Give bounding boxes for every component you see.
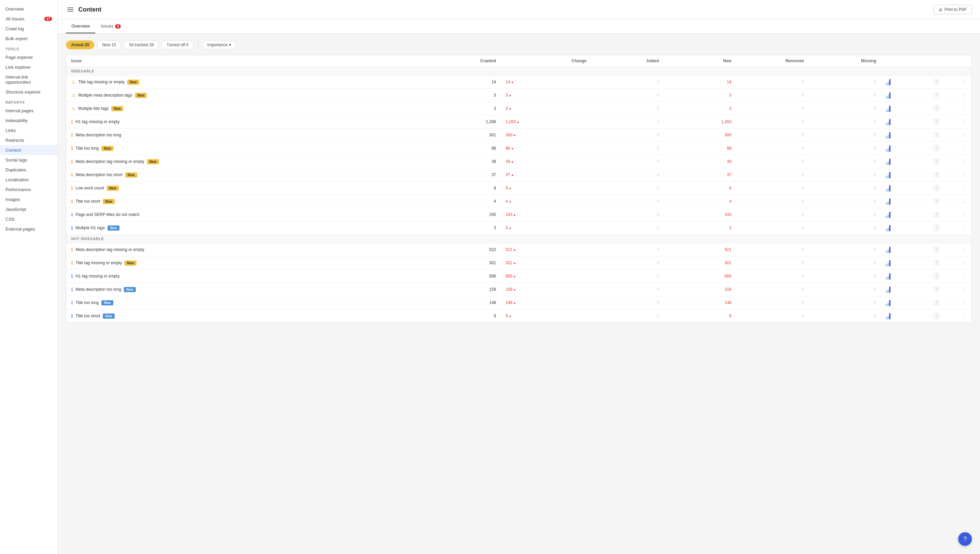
more-options-icon[interactable]: ⋮ (961, 146, 967, 151)
more-options-icon[interactable]: ⋮ (961, 274, 967, 279)
more-options-icon[interactable]: ⋮ (961, 287, 967, 293)
question-circle-icon[interactable]: ? (934, 212, 940, 218)
sidebar-item-all-issues[interactable]: All Issues17 (0, 14, 57, 24)
sidebar-item-localization[interactable]: Localization (0, 175, 57, 185)
more-options-icon[interactable]: ⋮ (961, 159, 967, 165)
question-circle-icon[interactable]: ? (934, 198, 940, 204)
question-circle-icon[interactable]: ? (934, 299, 940, 306)
issue-cell[interactable]: ℹMeta description too long (66, 129, 429, 142)
row-menu-cell[interactable]: ⋮ (944, 270, 972, 283)
sidebar-item-duplicates[interactable]: Duplicates (0, 165, 57, 175)
question-circle-icon[interactable]: ? (934, 225, 940, 231)
help-icon-cell[interactable]: ? (917, 256, 944, 270)
help-icon-cell[interactable]: ? (917, 221, 944, 235)
question-circle-icon[interactable]: ? (934, 313, 940, 319)
more-options-icon[interactable]: ⋮ (961, 106, 967, 111)
sidebar-item-redirects[interactable]: Redirects (0, 135, 57, 145)
sidebar-item-structure-explorer[interactable]: Structure explorer (0, 87, 57, 97)
issue-cell[interactable]: ℹTitle too longNew (66, 142, 429, 155)
sidebar-item-internal-link-opportunities[interactable]: Internal link opportunities (0, 72, 57, 87)
issue-cell[interactable]: ℹTitle too shortNew (66, 195, 429, 208)
issue-cell[interactable]: ⚠Multiple meta description tagsNew (66, 89, 429, 102)
help-icon-cell[interactable]: ? (917, 115, 944, 129)
sidebar-item-crawl-log[interactable]: Crawl log (0, 24, 57, 33)
row-menu-cell[interactable]: ⋮ (944, 296, 972, 309)
row-menu-cell[interactable]: ⋮ (944, 195, 972, 208)
help-icon-cell[interactable]: ? (917, 296, 944, 309)
filter-all-tracked[interactable]: All tracked 28 (124, 40, 159, 49)
sidebar-item-overview[interactable]: Overview (0, 4, 57, 14)
help-icon-cell[interactable]: ? (917, 270, 944, 283)
row-menu-cell[interactable]: ⋮ (944, 115, 972, 129)
issue-cell[interactable]: ℹMultiple H1 tagsNew (66, 221, 429, 235)
row-menu-cell[interactable]: ⋮ (944, 283, 972, 296)
row-menu-cell[interactable]: ⋮ (944, 102, 972, 115)
sidebar-item-images[interactable]: Images (0, 194, 57, 204)
help-icon-cell[interactable]: ? (917, 155, 944, 168)
more-options-icon[interactable]: ⋮ (961, 247, 967, 253)
question-circle-icon[interactable]: ? (934, 92, 940, 98)
more-options-icon[interactable]: ⋮ (961, 172, 967, 178)
more-options-icon[interactable]: ⋮ (961, 300, 967, 306)
row-menu-cell[interactable]: ⋮ (944, 221, 972, 235)
sidebar-item-page-explorer[interactable]: Page explorer (0, 53, 57, 62)
filter-turned-off[interactable]: Turned off 0 (162, 40, 194, 49)
sidebar-item-link-explorer[interactable]: Link explorer (0, 62, 57, 72)
more-options-icon[interactable]: ⋮ (961, 260, 967, 266)
issue-cell[interactable]: ℹMeta description tag missing or emptyNe… (66, 155, 429, 168)
issue-cell[interactable]: ℹH1 tag missing or empty (66, 270, 429, 283)
help-icon-cell[interactable]: ? (917, 195, 944, 208)
issue-cell[interactable]: ℹMeta description too longNew (66, 283, 429, 296)
question-circle-icon[interactable]: ? (934, 185, 940, 191)
row-menu-cell[interactable]: ⋮ (944, 168, 972, 181)
question-circle-icon[interactable]: ? (934, 119, 940, 125)
more-options-icon[interactable]: ⋮ (961, 79, 967, 85)
question-circle-icon[interactable]: ? (934, 247, 940, 253)
help-icon-cell[interactable]: ? (917, 89, 944, 102)
more-options-icon[interactable]: ⋮ (961, 199, 967, 204)
question-circle-icon[interactable]: ? (934, 145, 940, 151)
row-menu-cell[interactable]: ⋮ (944, 309, 972, 323)
filter-importance[interactable]: Importance ▾ (202, 40, 236, 49)
question-circle-icon[interactable]: ? (934, 273, 940, 279)
sidebar-item-content[interactable]: Content (0, 145, 57, 155)
hamburger-menu[interactable] (66, 6, 75, 13)
more-options-icon[interactable]: ⋮ (961, 132, 967, 138)
issue-cell[interactable]: ⚠Multiple title tagsNew (66, 102, 429, 115)
sidebar-item-css[interactable]: CSS (0, 214, 57, 224)
more-options-icon[interactable]: ⋮ (961, 313, 967, 319)
row-menu-cell[interactable]: ⋮ (944, 142, 972, 155)
row-menu-cell[interactable]: ⋮ (944, 208, 972, 221)
sidebar-item-javascript[interactable]: JavaScript (0, 204, 57, 214)
help-icon-cell[interactable]: ? (917, 168, 944, 181)
row-menu-cell[interactable]: ⋮ (944, 256, 972, 270)
question-circle-icon[interactable]: ? (934, 132, 940, 138)
issue-cell[interactable]: ℹPage and SERP titles do not match (66, 208, 429, 221)
row-menu-cell[interactable]: ⋮ (944, 243, 972, 256)
sidebar-item-social-tags[interactable]: Social tags (0, 155, 57, 165)
question-circle-icon[interactable]: ? (934, 105, 940, 111)
row-menu-cell[interactable]: ⋮ (944, 75, 972, 89)
more-options-icon[interactable]: ⋮ (961, 185, 967, 191)
issue-cell[interactable]: ℹLow word countNew (66, 181, 429, 195)
sidebar-item-internal-pages[interactable]: Internal pages (0, 106, 57, 116)
help-icon-cell[interactable]: ? (917, 208, 944, 221)
issue-cell[interactable]: ⚠Title tag missing or emptyNew (66, 75, 429, 89)
help-icon-cell[interactable]: ? (917, 309, 944, 323)
filter-new[interactable]: New 15 (97, 40, 121, 49)
row-menu-cell[interactable]: ⋮ (944, 129, 972, 142)
tab-overview[interactable]: Overview (66, 19, 95, 33)
help-icon-cell[interactable]: ? (917, 181, 944, 195)
help-button[interactable]: ? (958, 532, 972, 546)
issue-cell[interactable]: ℹH1 tag missing or empty (66, 115, 429, 129)
sidebar-item-bulk-export[interactable]: Bulk export (0, 33, 57, 43)
question-circle-icon[interactable]: ? (934, 172, 940, 178)
help-icon-cell[interactable]: ? (917, 142, 944, 155)
more-options-icon[interactable]: ⋮ (961, 119, 967, 125)
issue-cell[interactable]: ℹTitle tag missing or emptyNew (66, 256, 429, 270)
help-icon-cell[interactable]: ? (917, 243, 944, 256)
question-circle-icon[interactable]: ? (934, 260, 940, 266)
help-icon-cell[interactable]: ? (917, 102, 944, 115)
sidebar-item-indexability[interactable]: Indexability (0, 116, 57, 126)
filter-actual[interactable]: Actual 20 (66, 40, 94, 49)
